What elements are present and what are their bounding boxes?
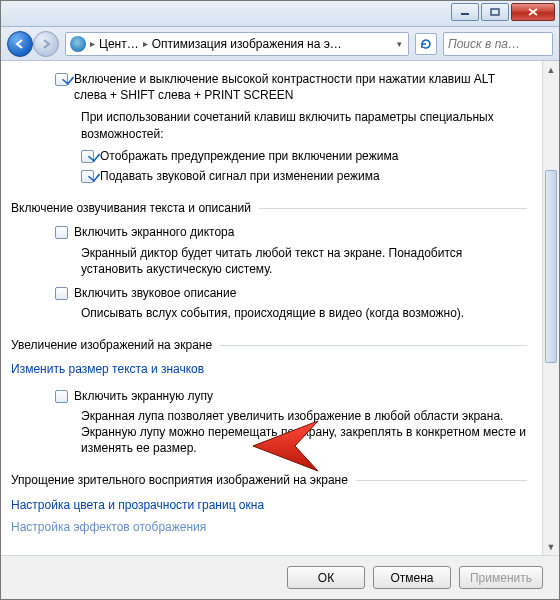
divider bbox=[356, 480, 527, 481]
content-area: Включение и выключение высокой контрастн… bbox=[1, 61, 559, 555]
svg-rect-0 bbox=[461, 13, 469, 15]
checkbox-magnifier[interactable] bbox=[55, 390, 68, 403]
search-input[interactable] bbox=[443, 32, 553, 56]
section-title-simplify: Упрощение зрительного восприятия изображ… bbox=[11, 472, 348, 488]
apply-button[interactable]: Применить bbox=[459, 566, 543, 589]
section-title-speech: Включение озвучивания текста и описаний bbox=[11, 200, 251, 216]
label-magnifier: Включить экранную лупу bbox=[74, 388, 213, 404]
refresh-icon bbox=[419, 37, 433, 51]
label-narrator: Включить экранного диктора bbox=[74, 224, 234, 240]
arrow-left-icon bbox=[14, 38, 26, 50]
refresh-button[interactable] bbox=[415, 33, 437, 55]
close-button[interactable] bbox=[511, 3, 555, 21]
svg-rect-1 bbox=[491, 9, 499, 15]
divider bbox=[259, 208, 527, 209]
label-high-contrast-toggle: Включение и выключение высокой контрастн… bbox=[74, 71, 527, 103]
audio-description-text: Описывать вслух события, происходящие в … bbox=[81, 305, 527, 321]
forward-button[interactable] bbox=[33, 31, 59, 57]
checkbox-play-sound[interactable] bbox=[81, 170, 94, 183]
magnifier-description: Экранная лупа позволяет увеличить изобра… bbox=[81, 408, 527, 457]
maximize-icon bbox=[490, 8, 500, 16]
dialog-button-bar: ОК Отмена Применить bbox=[1, 555, 559, 599]
close-icon bbox=[528, 8, 538, 16]
checkbox-high-contrast-toggle[interactable] bbox=[55, 73, 68, 86]
divider bbox=[220, 345, 527, 346]
checkbox-narrator[interactable] bbox=[55, 226, 68, 239]
nav-back-group bbox=[7, 31, 59, 57]
minimize-button[interactable] bbox=[451, 3, 479, 21]
breadcrumb-sep: ▸ bbox=[143, 38, 148, 49]
checkbox-show-warning[interactable] bbox=[81, 150, 94, 163]
breadcrumb-sep: ▸ bbox=[90, 38, 95, 49]
scroll-up-button[interactable]: ▲ bbox=[543, 61, 559, 78]
back-button[interactable] bbox=[7, 31, 33, 57]
control-panel-icon bbox=[70, 36, 86, 52]
maximize-button[interactable] bbox=[481, 3, 509, 21]
breadcrumb-2[interactable]: Оптимизация изображения на э… bbox=[152, 37, 342, 51]
link-window-border-color[interactable]: Настройка цвета и прозрачности границ ок… bbox=[11, 497, 527, 513]
scroll-down-button[interactable]: ▼ bbox=[543, 538, 559, 555]
window-titlebar bbox=[1, 1, 559, 27]
label-play-sound: Подавать звуковой сигнал при изменении р… bbox=[100, 168, 380, 184]
cancel-button[interactable]: Отмена bbox=[373, 566, 451, 589]
scroll-thumb[interactable] bbox=[545, 170, 557, 363]
section-title-magnify: Увеличение изображений на экране bbox=[11, 337, 212, 353]
narrator-description: Экранный диктор будет читать любой текст… bbox=[81, 245, 527, 277]
breadcrumb-1[interactable]: Цент… bbox=[99, 37, 139, 51]
link-resize-text-icons[interactable]: Изменить размер текста и значков bbox=[11, 361, 527, 377]
nav-bar: ▸ Цент… ▸ Оптимизация изображения на э… … bbox=[1, 27, 559, 61]
arrow-right-icon bbox=[40, 38, 52, 50]
address-bar[interactable]: ▸ Цент… ▸ Оптимизация изображения на э… … bbox=[65, 32, 409, 56]
ok-button[interactable]: ОК bbox=[287, 566, 365, 589]
high-contrast-note: При использовании сочетаний клавиш включ… bbox=[81, 109, 527, 141]
scroll-track[interactable] bbox=[543, 78, 559, 538]
address-dropdown[interactable]: ▾ bbox=[393, 39, 406, 49]
minimize-icon bbox=[460, 8, 470, 16]
label-audio-description: Включить звуковое описание bbox=[74, 285, 236, 301]
link-display-effects[interactable]: Настройка эффектов отображения bbox=[11, 519, 527, 535]
vertical-scrollbar[interactable]: ▲ ▼ bbox=[542, 61, 559, 555]
label-show-warning: Отображать предупреждение при включении … bbox=[100, 148, 398, 164]
checkbox-audio-description[interactable] bbox=[55, 287, 68, 300]
